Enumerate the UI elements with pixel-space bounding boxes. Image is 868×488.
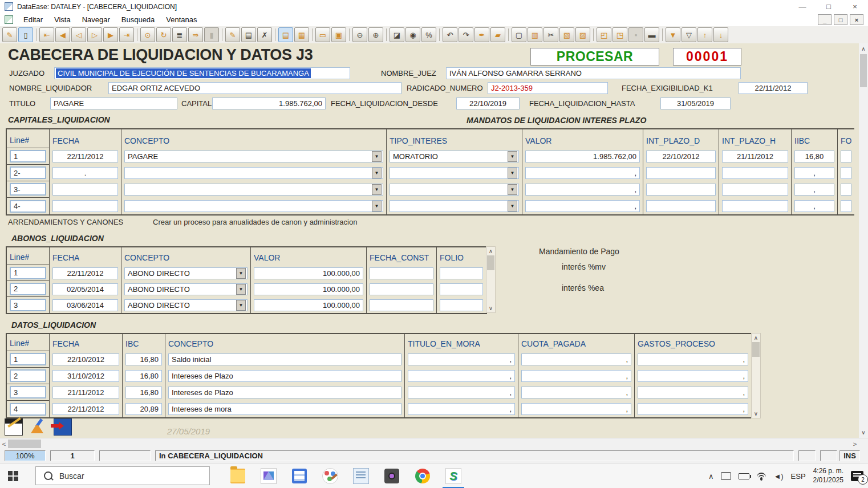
scroll-thumb[interactable]: [8, 440, 41, 448]
redo-icon[interactable]: ↷: [459, 27, 473, 42]
tipo-interes-dropdown[interactable]: ▼: [390, 167, 519, 179]
table-view-icon[interactable]: ▦: [294, 27, 309, 42]
dropdown-arrow-icon[interactable]: ▼: [236, 284, 246, 295]
line-number-cell[interactable]: 2: [10, 283, 46, 295]
zoom-in-icon[interactable]: ⊕: [368, 27, 383, 42]
start-button[interactable]: [8, 471, 18, 481]
valor-cell[interactable]: ,: [525, 184, 640, 196]
valor-cell[interactable]: 100.000,00: [254, 267, 363, 279]
volume-icon[interactable]: ◄): [773, 472, 783, 481]
ibc-cell[interactable]: 20,89: [125, 403, 162, 415]
fecha-hasta-field[interactable]: 31/05/2019: [660, 97, 731, 109]
fecha-cell[interactable]: 02/05/2014: [52, 283, 118, 295]
first-record-icon[interactable]: ⇤: [39, 27, 54, 42]
taskbar-app-document[interactable]: [284, 463, 315, 488]
print-mini-icon[interactable]: ▬: [644, 27, 659, 42]
clock[interactable]: 4:26 p. m. 2/01/2025: [813, 467, 843, 485]
scroll-up-icon[interactable]: ∧: [754, 335, 758, 341]
scroll-right-icon[interactable]: >: [851, 438, 859, 449]
capital-field[interactable]: 1.985.762,00: [212, 97, 326, 109]
iibc-cell[interactable]: 16,80: [794, 151, 834, 162]
form-view-icon[interactable]: ▤: [278, 27, 293, 42]
scroll-thumb[interactable]: [487, 255, 494, 270]
print-icon[interactable]: ▭: [315, 27, 330, 42]
stamp-icon[interactable]: ▰: [490, 27, 505, 42]
iibc-cell[interactable]: ,: [794, 167, 834, 179]
folio-cell[interactable]: [440, 299, 483, 311]
line-number-cell[interactable]: 4: [10, 403, 46, 416]
titulo-en-mora-cell[interactable]: ,: [408, 370, 515, 382]
taskbar-app-explorer[interactable]: [222, 463, 253, 488]
scroll-thumb[interactable]: [860, 54, 867, 87]
scroll-thumb[interactable]: [752, 342, 760, 357]
nombre-juez-field[interactable]: IVÁN ALFONSO GAMARRA SERRANO: [446, 67, 741, 79]
print-setup-icon[interactable]: ▣: [331, 27, 346, 42]
int-plazo-h-cell[interactable]: [722, 184, 788, 196]
fecha-const-cell[interactable]: [370, 299, 433, 311]
valor-cell[interactable]: 100.000,00: [254, 283, 363, 295]
find-record-icon[interactable]: ⊙: [140, 27, 155, 42]
fecha-cell[interactable]: 31/10/2012: [52, 370, 119, 382]
line-number-cell[interactable]: 1: [10, 150, 46, 162]
menu-navegar[interactable]: Navegar: [76, 15, 116, 24]
concepto-dropdown[interactable]: ▼: [124, 184, 383, 196]
line-number-cell[interactable]: 1: [10, 267, 46, 279]
notification-center-icon[interactable]: 2: [851, 471, 863, 481]
battery-icon[interactable]: [739, 473, 749, 479]
close-button[interactable]: ×: [842, 0, 868, 13]
menu-editar[interactable]: Editar: [18, 15, 48, 24]
iibc-cell[interactable]: ,: [794, 200, 834, 212]
next-record-icon[interactable]: ▷: [87, 27, 102, 42]
fecha-exigibilidad-field[interactable]: 22/11/2012: [739, 82, 808, 94]
search-lamp-icon[interactable]: ≣: [172, 27, 187, 42]
concepto-dropdown[interactable]: PAGARE▼: [124, 151, 383, 162]
paste-icon[interactable]: ▨: [575, 27, 590, 42]
procesar-button[interactable]: PROCESAR: [530, 48, 659, 66]
concepto-cell[interactable]: Intereses de Plazo: [168, 387, 401, 398]
nombre-liquidador-field[interactable]: EDGAR ORTIZ ACEVEDO: [108, 82, 401, 94]
filter-clear-icon[interactable]: ▽: [682, 27, 696, 42]
radicado-field[interactable]: J2-2013-359: [488, 82, 608, 94]
line-number-cell[interactable]: 2: [10, 369, 46, 382]
last-record-icon[interactable]: ⇥: [119, 27, 134, 42]
line-number-cell[interactable]: 4-: [10, 200, 46, 213]
fecha-cell[interactable]: [52, 200, 118, 212]
cut-icon[interactable]: ✂: [543, 27, 558, 42]
sort-desc-icon[interactable]: ↓: [713, 27, 728, 42]
minimize-button[interactable]: —: [789, 0, 816, 13]
dropdown-arrow-icon[interactable]: ▼: [236, 300, 246, 311]
fecha-const-cell[interactable]: [370, 267, 433, 279]
undo-icon[interactable]: ↶: [443, 27, 457, 42]
line-number-cell[interactable]: 1: [10, 353, 46, 365]
search-input[interactable]: Buscar: [35, 466, 210, 485]
scroll-up-icon[interactable]: ∧: [489, 248, 493, 254]
dropdown-arrow-icon[interactable]: ▼: [372, 184, 382, 195]
next-page-icon[interactable]: ▶: [103, 27, 118, 42]
taskbar-app-notepad[interactable]: [346, 463, 376, 488]
dropdown-arrow-icon[interactable]: ▼: [508, 168, 517, 178]
int-plazo-h-cell[interactable]: 21/11/2012: [722, 151, 788, 162]
exit-door-icon[interactable]: [54, 418, 72, 436]
titulo-field[interactable]: PAGARE: [50, 97, 177, 109]
concepto-dropdown[interactable]: ABONO DIRECTO▼: [124, 283, 248, 295]
concepto-dropdown[interactable]: ABONO DIRECTO▼: [124, 299, 248, 311]
concepto-dropdown[interactable]: ▼: [124, 167, 383, 179]
fecha-cell[interactable]: 22/10/2012: [52, 353, 119, 365]
datos-scrollbar[interactable]: ∧ ∨: [751, 333, 761, 418]
tipo-interes-dropdown[interactable]: MORATORIO▼: [390, 151, 519, 162]
record-detail-icon[interactable]: ◉: [405, 27, 420, 42]
folio-cell[interactable]: [841, 167, 851, 179]
taskbar-app-chrome[interactable]: [407, 463, 438, 488]
titulo-en-mora-cell[interactable]: ,: [408, 387, 515, 398]
gastos-proceso-cell[interactable]: ,: [638, 403, 748, 415]
fecha-desde-field[interactable]: 22/10/2019: [456, 97, 520, 109]
abonos-scrollbar[interactable]: ∧ ∨: [486, 246, 496, 313]
int-plazo-d-cell[interactable]: [646, 184, 716, 196]
folio-cell[interactable]: [440, 267, 483, 279]
scroll-left-icon[interactable]: <: [0, 438, 8, 449]
concepto-cell[interactable]: Intereses de Plazo: [168, 370, 401, 382]
goto-record-icon[interactable]: ⇒: [188, 27, 203, 42]
zoom-out-icon[interactable]: ⊖: [352, 27, 367, 42]
language-indicator[interactable]: ESP: [791, 472, 806, 481]
concepto-cell[interactable]: Saldo inicial: [168, 353, 401, 365]
